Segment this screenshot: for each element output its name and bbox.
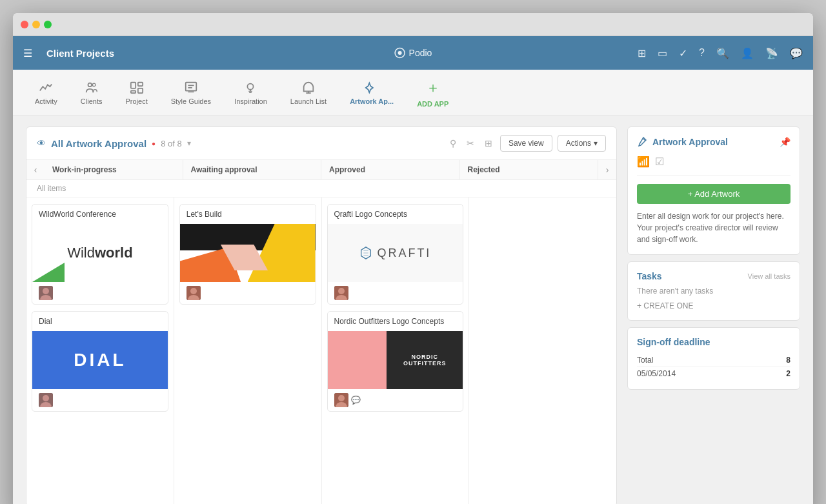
tab-inspiration[interactable]: Inspiration: [225, 76, 276, 110]
close-button[interactable]: [21, 21, 28, 28]
svg-point-19: [43, 288, 49, 294]
avatar: [39, 286, 53, 300]
comment-icon: 💬: [351, 396, 361, 405]
topnav-left: ☰ Client Projects: [23, 47, 638, 59]
card-nordic-image: NORDIC OUTFITTERS: [328, 331, 463, 389]
svg-point-1: [398, 51, 402, 55]
card-dial[interactable]: Dial DIAL: [32, 311, 168, 412]
signoff-total-value: 8: [786, 356, 791, 365]
card-wildworld-footer: [32, 282, 168, 304]
pin-icon[interactable]: 📌: [780, 137, 791, 147]
svg-point-32: [338, 288, 345, 294]
topnav-title: Client Projects: [46, 48, 114, 59]
card-letsbuild-image: [180, 224, 316, 282]
card-wildworld-title: WildWorld Conference: [32, 205, 168, 224]
card-dial-title: Dial: [32, 312, 168, 331]
svg-point-3: [92, 83, 96, 86]
column-header-wip: Work-in-progress: [45, 160, 183, 179]
tab-project[interactable]: Project: [116, 76, 156, 110]
app-tabs: Activity Clients Project: [13, 70, 813, 116]
svg-rect-4: [130, 82, 135, 88]
filter-icon[interactable]: ⚲: [447, 136, 459, 151]
tab-clients[interactable]: Clients: [72, 76, 112, 110]
style-guides-icon: [184, 81, 198, 95]
card-wildworld-image: Wildworld: [32, 224, 168, 282]
artwork-actions-row: 📶 ☑: [637, 156, 791, 176]
prev-column-button[interactable]: ‹: [26, 161, 45, 179]
next-column-button[interactable]: ›: [598, 161, 616, 179]
tasks-card: Tasks View all tasks There aren't any ta…: [627, 261, 800, 321]
view-all-tasks-link[interactable]: View all tasks: [748, 272, 791, 280]
tab-activity[interactable]: Activity: [26, 76, 66, 110]
kanban-count: 8 of 8: [161, 139, 182, 148]
chevron-down-icon: ▾: [594, 139, 598, 148]
card-qrafti[interactable]: Qrafti Logo Concepts: [327, 204, 464, 305]
minimize-button[interactable]: [32, 21, 40, 28]
artwork-approval-icon: [637, 136, 647, 148]
project-icon: [130, 81, 144, 95]
actions-button[interactable]: Actions ▾: [558, 135, 606, 152]
hamburger-icon[interactable]: ☰: [23, 47, 32, 59]
tab-launch-list[interactable]: Launch List: [281, 76, 336, 110]
tasks-header: Tasks View all tasks: [637, 271, 791, 281]
broadcast-icon[interactable]: 📡: [765, 47, 778, 59]
column-approved: Qrafti Logo Concepts: [322, 197, 470, 504]
kanban-panel: 👁 All Artwork Approval ● 8 of 8 ▾ ⚲ ✂ ⊞ …: [26, 126, 617, 504]
wifi-icon[interactable]: 📶: [637, 156, 650, 168]
add-artwork-button[interactable]: + Add Artwork: [637, 184, 791, 204]
settings-icon[interactable]: ✂: [464, 136, 477, 151]
save-view-button[interactable]: Save view: [500, 135, 552, 152]
app-window: ☰ Client Projects Podio ⊞ ▭ ✓ ? 🔍 👤: [13, 13, 813, 504]
podio-logo: Podio: [394, 47, 432, 59]
podio-icon: [394, 47, 406, 59]
svg-rect-8: [186, 82, 197, 90]
calendar-icon[interactable]: ▭: [658, 47, 667, 59]
artwork-description: Enter all design work for our project's …: [637, 210, 791, 245]
avatar: [186, 286, 201, 300]
kanban-body: WildWorld Conference Wildworld: [26, 197, 616, 504]
search-icon[interactable]: 🔍: [716, 47, 729, 59]
grid-icon[interactable]: ⊞: [638, 47, 646, 59]
card-qrafti-footer: [328, 282, 463, 304]
user-icon[interactable]: 👤: [741, 47, 754, 59]
card-nordic[interactable]: Nordic Outfitters Logo Concepts NORDIC O…: [327, 311, 464, 412]
card-dial-image: DIAL: [32, 331, 168, 389]
signoff-total-label: Total: [637, 356, 653, 365]
clients-icon: [85, 81, 99, 95]
qrafti-hex-icon: [359, 246, 373, 260]
card-wildworld[interactable]: WildWorld Conference Wildworld: [32, 204, 168, 305]
signoff-date-value: 2: [786, 369, 791, 378]
kanban-column-headers: ‹ Work-in-progress Awaiting approval App…: [26, 160, 616, 180]
avatar: [334, 393, 348, 407]
column-rejected: [469, 197, 616, 504]
svg-rect-6: [137, 88, 142, 92]
create-task-button[interactable]: + CREATE ONE: [637, 301, 693, 310]
card-letsbuild[interactable]: Let's Build: [179, 204, 316, 305]
chat-icon[interactable]: 💬: [790, 47, 803, 59]
svg-point-35: [338, 395, 345, 401]
signoff-card: Sign-off deadline Total 8 05/05/2014 2: [627, 327, 800, 390]
main-content: 👁 All Artwork Approval ● 8 of 8 ▾ ⚲ ✂ ⊞ …: [13, 116, 813, 504]
signoff-date-row: 05/05/2014 2: [637, 367, 791, 380]
add-app-button[interactable]: ＋ ADD APP: [408, 73, 458, 113]
plus-icon: ＋: [426, 78, 440, 97]
check-icon[interactable]: ✓: [679, 47, 687, 59]
tasks-empty-label: There aren't any tasks: [637, 287, 791, 296]
chevron-down-icon[interactable]: ▾: [187, 139, 191, 148]
tab-style-guides[interactable]: Style Guides: [162, 76, 220, 110]
column-header-awaiting: Awaiting approval: [183, 160, 322, 179]
task-check-icon[interactable]: ☑: [655, 156, 664, 168]
card-letsbuild-footer: [180, 282, 316, 304]
all-items-label: All items: [26, 180, 616, 197]
card-letsbuild-title: Let's Build: [180, 205, 316, 224]
kanban-title: All Artwork Approval: [51, 138, 146, 149]
column-wip: WildWorld Conference Wildworld: [26, 197, 174, 504]
help-icon[interactable]: ?: [699, 47, 705, 59]
launch-list-icon: [301, 81, 316, 95]
maximize-button[interactable]: [44, 21, 52, 28]
columns-icon[interactable]: ⊞: [482, 136, 495, 151]
titlebar: [13, 13, 813, 36]
tab-artwork-approval[interactable]: Artwork Ap...: [341, 76, 403, 110]
artwork-approval-card: Artwork Approval 📌 📶 ☑ + Add Artwork Ent…: [627, 126, 800, 255]
svg-rect-5: [137, 82, 142, 86]
